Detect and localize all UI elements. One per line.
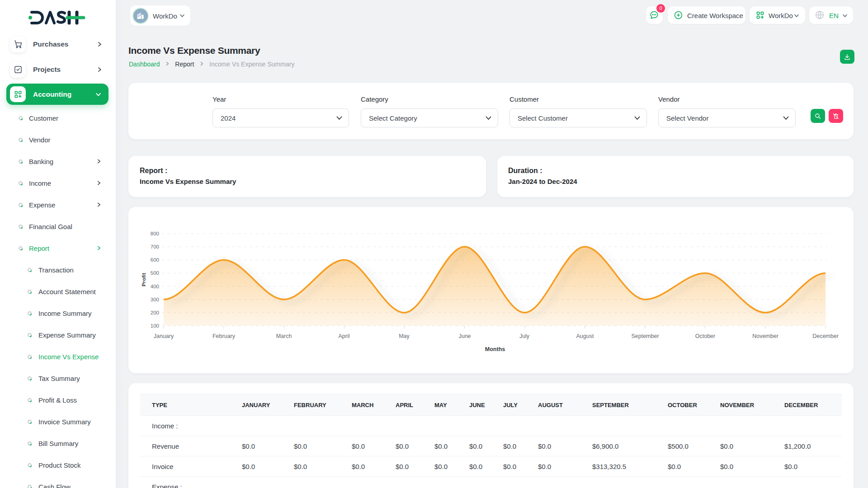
svg-text:December: December <box>812 333 839 339</box>
svg-text:100: 100 <box>151 323 159 328</box>
svg-text:400: 400 <box>151 284 159 289</box>
svg-text:300: 300 <box>151 297 159 302</box>
svg-text:February: February <box>212 333 236 339</box>
svg-text:October: October <box>695 333 715 339</box>
svg-text:September: September <box>631 333 659 339</box>
svg-text:May: May <box>399 333 410 339</box>
svg-text:June: June <box>458 333 471 339</box>
svg-text:500: 500 <box>151 270 159 276</box>
svg-text:August: August <box>576 333 594 339</box>
svg-text:700: 700 <box>151 244 159 249</box>
svg-text:Profit: Profit <box>141 273 146 286</box>
svg-text:March: March <box>276 333 292 339</box>
svg-text:July: July <box>519 333 530 339</box>
svg-text:November: November <box>752 333 778 339</box>
svg-text:Months: Months <box>485 346 505 352</box>
svg-text:April: April <box>338 333 349 339</box>
svg-text:January: January <box>154 333 174 339</box>
svg-text:200: 200 <box>151 310 159 315</box>
svg-text:600: 600 <box>151 257 159 263</box>
svg-text:800: 800 <box>151 231 159 236</box>
